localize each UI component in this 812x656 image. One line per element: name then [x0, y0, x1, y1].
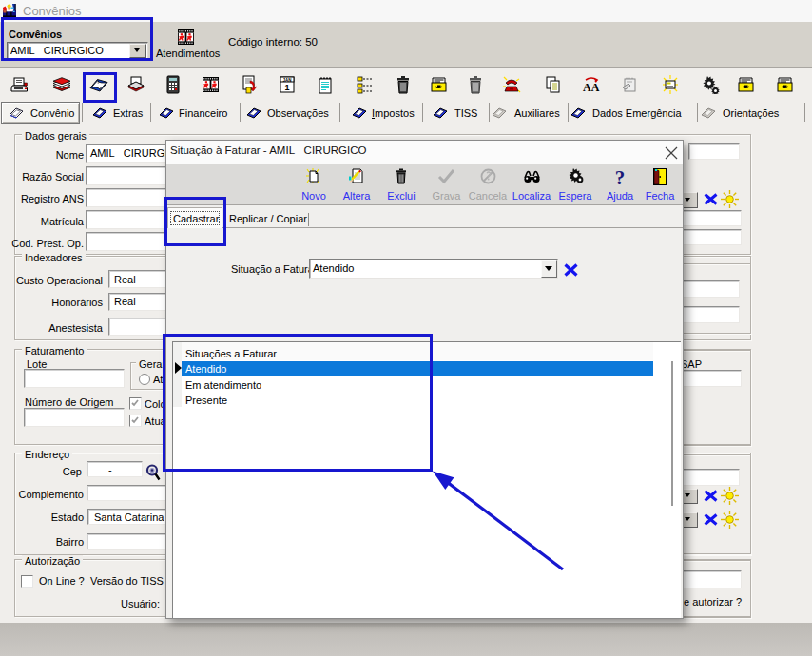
svg-text:AA: AA — [583, 81, 600, 94]
svg-text:1: 1 — [284, 83, 289, 92]
svg-text:JAN: JAN — [282, 78, 291, 83]
